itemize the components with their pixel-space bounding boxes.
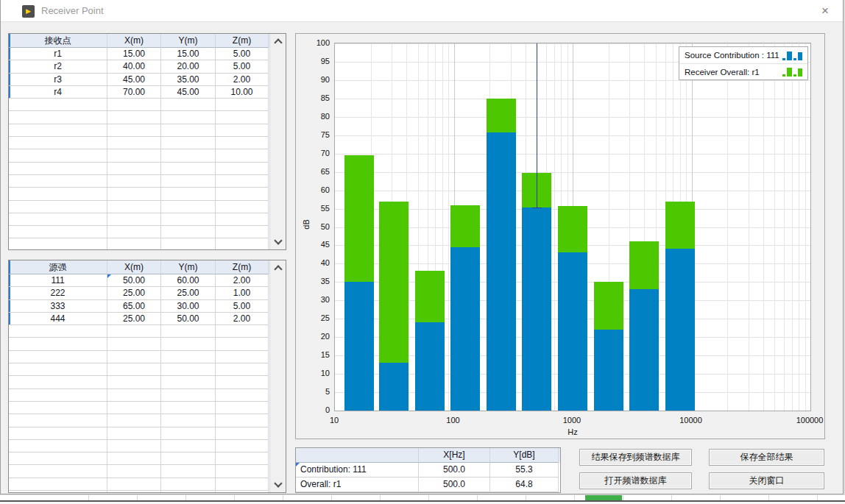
table-cell[interactable]: 50.00 bbox=[161, 313, 216, 325]
table-cell[interactable]: r1 bbox=[9, 48, 107, 60]
table-cell[interactable]: Contribution: 111 bbox=[296, 463, 419, 478]
table-cell[interactable] bbox=[161, 376, 216, 388]
cursor-line[interactable] bbox=[537, 43, 537, 207]
table-cell[interactable]: r4 bbox=[9, 86, 107, 99]
table-cell[interactable] bbox=[216, 491, 269, 492]
table-cell[interactable] bbox=[161, 363, 216, 376]
table-cell[interactable] bbox=[9, 226, 107, 238]
table-cell[interactable]: r2 bbox=[9, 60, 107, 73]
table-cell[interactable] bbox=[216, 124, 269, 137]
table-cell[interactable] bbox=[161, 440, 216, 452]
table-cell[interactable]: 2.00 bbox=[216, 74, 269, 86]
table-cell[interactable] bbox=[216, 389, 269, 402]
table-cell[interactable] bbox=[9, 175, 107, 188]
table-cell[interactable] bbox=[216, 137, 269, 149]
table-cell[interactable]: 25.00 bbox=[107, 313, 161, 325]
table-cell[interactable] bbox=[161, 99, 216, 111]
table-cell[interactable] bbox=[161, 491, 216, 492]
table-cell[interactable]: 222 bbox=[9, 287, 107, 299]
table-cell[interactable]: 25.00 bbox=[107, 287, 161, 299]
table-cell[interactable] bbox=[107, 351, 161, 363]
table-cell[interactable]: 65.00 bbox=[107, 300, 161, 313]
table-cell[interactable] bbox=[161, 238, 216, 249]
table-cell[interactable] bbox=[216, 427, 269, 440]
table-cell[interactable]: 5.00 bbox=[216, 48, 269, 60]
table-cell[interactable] bbox=[107, 491, 161, 492]
table-cell[interactable] bbox=[9, 99, 107, 111]
table-cell[interactable] bbox=[161, 414, 216, 427]
table-cell[interactable] bbox=[107, 213, 161, 226]
table-cell[interactable]: 50.00 bbox=[107, 274, 161, 287]
table-cell[interactable] bbox=[216, 188, 269, 200]
table-cell[interactable] bbox=[216, 351, 269, 363]
table-cell[interactable] bbox=[216, 111, 269, 124]
table-cell[interactable] bbox=[107, 452, 161, 465]
table-cell[interactable] bbox=[216, 238, 269, 249]
table-cell[interactable] bbox=[216, 440, 269, 452]
table-cell[interactable] bbox=[9, 213, 107, 226]
table-cell[interactable] bbox=[161, 201, 216, 213]
table-cell[interactable] bbox=[161, 163, 216, 175]
table-cell[interactable]: 64.8 bbox=[490, 478, 559, 492]
table-cell[interactable] bbox=[107, 175, 161, 188]
table-cell[interactable] bbox=[107, 389, 161, 402]
chevron-down-icon[interactable] bbox=[274, 236, 282, 244]
table-cell[interactable] bbox=[161, 149, 216, 162]
table-cell[interactable] bbox=[9, 238, 107, 249]
table-cell[interactable] bbox=[9, 188, 107, 200]
close-window-button[interactable]: 关闭窗口 bbox=[709, 472, 824, 489]
table-cell[interactable] bbox=[9, 491, 107, 492]
table-cell[interactable] bbox=[107, 111, 161, 124]
table-cell[interactable]: 5.00 bbox=[216, 60, 269, 73]
table-cell[interactable]: 1.00 bbox=[216, 287, 269, 299]
table-cell[interactable] bbox=[107, 478, 161, 491]
table-cell[interactable] bbox=[161, 427, 216, 440]
table-cell[interactable] bbox=[161, 338, 216, 350]
table-cell[interactable] bbox=[107, 149, 161, 162]
table-cell[interactable] bbox=[9, 124, 107, 137]
table-cell[interactable] bbox=[107, 325, 161, 338]
table-cell[interactable] bbox=[161, 402, 216, 414]
table-cell[interactable]: 444 bbox=[9, 313, 107, 325]
table-cell[interactable] bbox=[216, 376, 269, 388]
table-cell[interactable] bbox=[107, 465, 161, 478]
table-cell[interactable] bbox=[216, 226, 269, 238]
table-cell[interactable] bbox=[107, 427, 161, 440]
table-cell[interactable] bbox=[107, 238, 161, 249]
table-cell[interactable] bbox=[161, 465, 216, 478]
plot-area[interactable] bbox=[334, 43, 811, 411]
table-cell[interactable] bbox=[161, 175, 216, 188]
table-cell[interactable] bbox=[107, 201, 161, 213]
table-cell[interactable]: 55.3 bbox=[490, 463, 559, 478]
table-cell[interactable] bbox=[161, 478, 216, 491]
table-cell[interactable] bbox=[107, 188, 161, 200]
table-cell[interactable] bbox=[161, 213, 216, 226]
table-cell[interactable] bbox=[9, 201, 107, 213]
chevron-down-icon[interactable] bbox=[274, 479, 282, 487]
table-cell[interactable]: 333 bbox=[9, 300, 107, 313]
table-cell[interactable] bbox=[9, 402, 107, 414]
table-cell[interactable] bbox=[9, 163, 107, 175]
table-cell[interactable] bbox=[9, 137, 107, 149]
table-cell[interactable] bbox=[9, 465, 107, 478]
table-cell[interactable]: 30.00 bbox=[161, 300, 216, 313]
table-cell[interactable]: 60.00 bbox=[161, 274, 216, 287]
table-cell[interactable] bbox=[216, 99, 269, 111]
table-cell[interactable]: 25.00 bbox=[161, 287, 216, 299]
table-cell[interactable]: 500.0 bbox=[419, 463, 490, 478]
table-cell[interactable] bbox=[216, 338, 269, 350]
table-cell[interactable] bbox=[216, 149, 269, 162]
plot-legend[interactable]: Source Contribution : 111Receiver Overal… bbox=[679, 46, 808, 80]
table-cell[interactable] bbox=[9, 478, 107, 491]
table-cell[interactable]: 15.00 bbox=[107, 48, 161, 60]
table-cell[interactable] bbox=[107, 440, 161, 452]
table-cell[interactable]: 2.00 bbox=[216, 274, 269, 287]
table-cell[interactable] bbox=[107, 402, 161, 414]
table-cell[interactable] bbox=[161, 111, 216, 124]
table-cell[interactable] bbox=[161, 351, 216, 363]
table-cell[interactable] bbox=[161, 188, 216, 200]
table-cell[interactable] bbox=[107, 338, 161, 350]
chevron-up-icon[interactable] bbox=[274, 265, 282, 273]
table-cell[interactable]: 45.00 bbox=[161, 86, 216, 99]
table-cell[interactable] bbox=[107, 363, 161, 376]
